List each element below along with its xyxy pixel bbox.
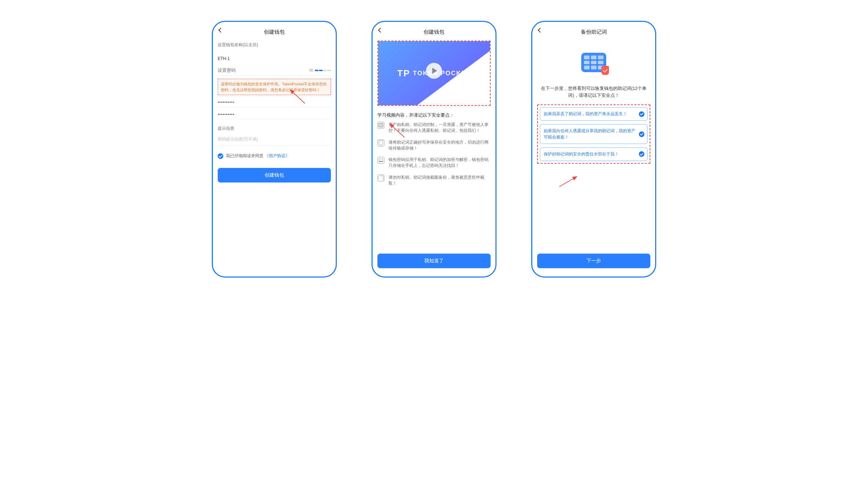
strength-text: 弱	[309, 68, 313, 73]
hint-input[interactable]: 密码提示信息(可不填)	[218, 131, 331, 145]
header: 创建钱包	[377, 27, 491, 37]
password-confirm-input[interactable]: ••••••••••	[218, 107, 331, 119]
shield-icon	[377, 139, 384, 146]
back-icon[interactable]	[538, 28, 543, 33]
lock-icon	[377, 157, 384, 164]
agree-text: 我已仔细阅读并同意	[226, 153, 264, 158]
back-icon[interactable]	[218, 28, 223, 33]
mnemonic-grid-icon	[581, 53, 606, 72]
shield-check-icon	[601, 66, 609, 75]
password-strength-meter: 弱	[309, 68, 331, 73]
ack-text: 如果我向任何人透露或分享我的助记词，我的资产可能会被盗！	[544, 129, 635, 139]
ack-item-responsibility[interactable]: 保护好助记词的安全的责任全部在于我！	[540, 147, 648, 161]
page-title: 创建钱包	[264, 29, 285, 35]
password-row: 设置密码 弱	[218, 64, 331, 76]
asset-control-icon	[377, 122, 384, 129]
tip-text: 钱包密码仅用于私钥、助记词的加密与解密，钱包密码只存储在手机上，忘记密码无法找回…	[389, 157, 491, 169]
ack-item-lost[interactable]: 如果我弄丢了助记词，我的资产将永远丢失！	[540, 107, 648, 121]
check-icon	[639, 151, 644, 157]
tips-heading: 学习视频内容，并谨记以下安全要点：	[377, 112, 491, 118]
tip-text: 请勿对私钥、助记词做截图备份，避免被恶意软件截取！	[389, 175, 491, 187]
header: 备份助记词	[537, 27, 650, 37]
content: 在下一步里，您将看到可以恢复钱包的助记词(12个单词)，请谨记以下安全点！ 如果…	[537, 40, 650, 270]
phone-screen-create-wallet-form: 创建钱包 设置钱包名称(以太坊) ETH-1 设置密码 弱 该密码仅做为钱包的安…	[212, 21, 337, 278]
tip-text: 资产由私钥、助记词控制，一旦泄露，资产可被他人掌控！不要向任何人透露私钥、助记词…	[389, 122, 491, 134]
agree-row[interactable]: 我已仔细阅读并同意 《用户协议》	[218, 153, 331, 159]
play-icon[interactable]	[426, 63, 442, 79]
tutorial-video-box[interactable]: TP TOKEN POCKET	[377, 41, 491, 106]
svg-line-2	[559, 177, 577, 187]
mnemonic-hero	[537, 40, 650, 85]
acknowledge-button[interactable]: 我知道了	[377, 254, 491, 268]
page-title: 创建钱包	[424, 29, 444, 35]
create-wallet-button[interactable]: 创建钱包	[218, 168, 331, 182]
tip-text: 请将助记词正确抄写并保存在安全的地方，切勿进行网络传输或存储！	[389, 139, 491, 152]
password-warning-box: 该密码仅做为钱包的安全保护作用。TokenPocket不会保存您的密码，也无法帮…	[218, 79, 331, 95]
phone-screen-backup-mnemonic: 备份助记词 在下一步里，您将看到可以恢复钱包的助记词(12个单词)，请谨记以下安…	[531, 21, 656, 278]
tip-item: 请勿对私钥、助记词做截图备份，避免被恶意软件截取！	[377, 175, 491, 187]
phone-screen-security-video: 创建钱包 TP TOKEN POCKET 学习视频内容，并谨记以下安全要点： 资…	[372, 21, 496, 278]
password-input[interactable]: ••••••••••	[218, 95, 331, 107]
wallet-name-input[interactable]: ETH-1	[218, 51, 331, 64]
brand-tp-icon: TP	[397, 68, 410, 79]
header: 创建钱包	[218, 27, 331, 37]
page-title: 备份助记词	[581, 29, 607, 35]
annotation-arrow-icon	[557, 175, 581, 188]
next-step-button[interactable]: 下一步	[537, 254, 650, 268]
back-icon[interactable]	[378, 28, 383, 33]
acknowledgement-group: 如果我弄丢了助记词，我的资产将永远丢失！ 如果我向任何人透露或分享我的助记词，我…	[537, 104, 650, 164]
mnemonic-description: 在下一步里，您将看到可以恢复钱包的助记词(12个单词)，请谨记以下安全点！	[539, 85, 648, 99]
ack-text: 如果我弄丢了助记词，我的资产将永远丢失！	[544, 112, 627, 116]
ack-item-share[interactable]: 如果我向任何人透露或分享我的助记词，我的资产可能会被盗！	[540, 124, 648, 144]
tip-item: 钱包密码仅用于私钥、助记词的加密与解密，钱包密码只存储在手机上，忘记密码无法找回…	[377, 157, 491, 169]
content: TP TOKEN POCKET 学习视频内容，并谨记以下安全要点： 资产由私钥、…	[377, 40, 491, 270]
check-icon	[639, 131, 644, 137]
tip-item: 请将助记词正确抄写并保存在安全的地方，切勿进行网络传输或存储！	[377, 139, 491, 152]
check-icon	[639, 111, 644, 117]
agree-checkbox-icon[interactable]	[218, 153, 223, 159]
password-label: 设置密码	[218, 67, 236, 74]
wallet-name-label: 设置钱包名称(以太坊)	[218, 42, 331, 48]
hint-label: 提示信息	[218, 126, 331, 131]
no-screenshot-icon	[377, 175, 384, 181]
form-content: 设置钱包名称(以太坊) ETH-1 设置密码 弱 该密码仅做为钱包的安全保护作用…	[218, 40, 331, 270]
user-agreement-link[interactable]: 《用户协议》	[265, 153, 290, 158]
tip-item: 资产由私钥、助记词控制，一旦泄露，资产可被他人掌控！不要向任何人透露私钥、助记词…	[377, 122, 491, 134]
ack-text: 保护好助记词的安全的责任全部在于我！	[544, 152, 619, 156]
